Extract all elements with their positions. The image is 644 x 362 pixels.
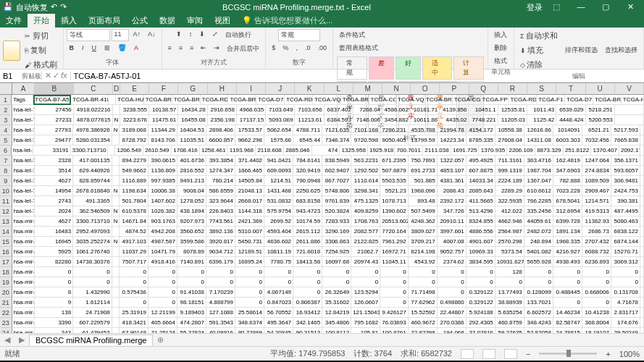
bold-button[interactable]: B bbox=[67, 43, 78, 53]
cell[interactable] bbox=[640, 206, 644, 216]
add-sheet-icon[interactable]: ⊕ bbox=[153, 335, 168, 345]
cell[interactable]: 0 bbox=[293, 267, 322, 277]
cell[interactable]: 0 bbox=[177, 277, 206, 287]
cell[interactable]: 4662.946 bbox=[495, 216, 524, 227]
cell[interactable]: TCGA-CG bbox=[453, 95, 481, 105]
cell[interactable]: 18.19107 bbox=[582, 328, 611, 333]
fill-button[interactable]: ⬇ 填充 bbox=[517, 43, 561, 57]
cell[interactable]: 312.6954 bbox=[553, 206, 582, 216]
table-format-button[interactable]: 套用表格格式 bbox=[336, 42, 381, 54]
cell[interactable]: 6.602572 bbox=[524, 308, 553, 318]
tell-me[interactable]: 💡告诉我您想要做什么... bbox=[236, 14, 338, 28]
row-header[interactable]: 4 bbox=[0, 125, 12, 135]
row-header[interactable]: 24 bbox=[0, 328, 12, 333]
cell[interactable]: 7140.891 bbox=[177, 257, 206, 267]
cell[interactable]: 1708.416 bbox=[172, 146, 200, 156]
cell[interactable]: 5748.806 bbox=[322, 186, 351, 196]
align-top-icon[interactable]: ⬆ bbox=[173, 29, 185, 41]
cell[interactable]: 0 bbox=[120, 298, 149, 308]
cell[interactable]: hsa-let-7c bbox=[12, 146, 33, 156]
cell[interactable]: 2898.406 bbox=[206, 125, 235, 135]
row-header[interactable]: 15 bbox=[0, 237, 12, 247]
cell[interactable]: hsa-mir-1 bbox=[12, 318, 35, 328]
cell[interactable]: hsa-mir-1 bbox=[12, 308, 35, 318]
row-header[interactable]: 7 bbox=[0, 156, 12, 166]
cell[interactable]: 0 bbox=[582, 277, 611, 287]
row-header[interactable]: 11 bbox=[0, 196, 12, 206]
cell[interactable]: 1891.134 bbox=[553, 227, 582, 237]
cell[interactable]: 71.25124 bbox=[149, 328, 177, 333]
col-header[interactable]: T bbox=[556, 83, 585, 95]
cell[interactable]: 0 bbox=[351, 277, 380, 287]
cell[interactable]: 3560.652 bbox=[177, 227, 206, 237]
cell[interactable]: 575.9754 bbox=[264, 206, 293, 216]
cell[interactable]: 3892.136 bbox=[206, 227, 235, 237]
cell[interactable]: 194.068 bbox=[438, 328, 467, 333]
cell[interactable]: 9491.213 bbox=[177, 176, 206, 186]
row-header[interactable]: 21 bbox=[0, 298, 12, 308]
cell[interactable]: 586.6559 bbox=[206, 186, 235, 196]
cell[interactable]: 1390.602 bbox=[380, 206, 409, 216]
cell[interactable]: 2392.172 bbox=[438, 196, 467, 206]
cell[interactable]: 7665.838 bbox=[611, 135, 640, 146]
cell[interactable]: hsa-mir-1 bbox=[12, 277, 35, 287]
cell[interactable]: 105.81 bbox=[351, 328, 380, 333]
cell[interactable]: 0 bbox=[611, 267, 640, 277]
row-header[interactable]: 23 bbox=[0, 318, 12, 328]
cell[interactable]: 4874.52 bbox=[120, 227, 149, 237]
cell[interactable]: 3069.312 bbox=[611, 257, 640, 267]
cell[interactable]: TCGA-F1 bbox=[537, 95, 565, 105]
redo-icon[interactable]: ↷ bbox=[60, 2, 67, 13]
cell[interactable]: 10006.38 bbox=[149, 186, 177, 196]
col-header[interactable]: P bbox=[440, 83, 469, 95]
cell[interactable]: 40.08816 bbox=[206, 328, 235, 333]
cell[interactable]: 2024 bbox=[35, 206, 73, 216]
cell[interactable]: 1575.66 bbox=[264, 135, 293, 146]
cell[interactable]: 0 bbox=[322, 277, 351, 287]
cell[interactable]: 2421.369 bbox=[235, 216, 264, 227]
cell[interactable]: 7023.228 bbox=[553, 186, 582, 196]
row-header[interactable]: 3 bbox=[0, 115, 12, 125]
cell[interactable]: 2122.825 bbox=[351, 237, 380, 247]
cell[interactable]: 2611.886 bbox=[293, 237, 322, 247]
cell[interactable]: 1198.634 bbox=[120, 186, 149, 196]
cell[interactable]: 0 bbox=[235, 267, 264, 277]
sheet-nav-next-icon[interactable]: ▶ bbox=[14, 335, 29, 345]
decrease-font-icon[interactable]: A↓ bbox=[145, 29, 159, 41]
cell[interactable]: 607.8875 bbox=[467, 166, 495, 176]
percent-icon[interactable]: % bbox=[280, 43, 291, 53]
grid[interactable]: ABCDEFGHIJKLMNOPQRSTUV 1TagsTCGA-B7-A5TJ… bbox=[0, 83, 644, 333]
cell[interactable]: 0 bbox=[495, 277, 524, 287]
cell[interactable]: 1370.935 bbox=[479, 146, 507, 156]
cell[interactable]: 1431.468 bbox=[264, 186, 293, 196]
cell[interactable]: 14671.84 bbox=[120, 216, 149, 227]
cell[interactable]: 4007.08 bbox=[438, 237, 467, 247]
cell[interactable]: 766.2285 bbox=[524, 196, 553, 206]
cell[interactable]: 8214.198 bbox=[409, 247, 438, 257]
select-all[interactable] bbox=[0, 83, 12, 95]
cell[interactable]: 12616.86 bbox=[524, 125, 553, 135]
cell[interactable]: 4987.587 bbox=[149, 237, 177, 247]
cell[interactable]: 0 bbox=[438, 287, 467, 298]
cell[interactable]: 1.432990 bbox=[73, 287, 112, 298]
cell[interactable]: 10174.59 bbox=[293, 216, 322, 227]
cell[interactable]: 14033.34 bbox=[467, 176, 495, 186]
cell[interactable]: 487.4495 bbox=[611, 206, 640, 216]
cell[interactable]: 345.4806 bbox=[322, 318, 351, 328]
cell[interactable]: 9761.839 bbox=[322, 196, 351, 206]
cell[interactable]: 0.131708 bbox=[611, 287, 640, 298]
cell[interactable]: 0 bbox=[380, 298, 409, 308]
cell[interactable]: hsa-let-7d bbox=[12, 156, 35, 166]
cell[interactable] bbox=[112, 308, 120, 318]
cell[interactable]: 13799.59 bbox=[409, 135, 438, 146]
cell[interactable]: 1987.704 bbox=[524, 166, 553, 176]
cell[interactable]: 8728.792 bbox=[120, 135, 149, 146]
cell[interactable]: 1274.347 bbox=[206, 166, 235, 176]
cell[interactable]: 1968.335 bbox=[553, 237, 582, 247]
cell[interactable]: 610.6612 bbox=[524, 186, 553, 196]
font-size-select[interactable]: 11 bbox=[112, 29, 129, 41]
cell[interactable]: 828.859744 bbox=[73, 176, 112, 186]
cell[interactable]: 54.20845 bbox=[264, 328, 293, 333]
cell[interactable]: 0 bbox=[120, 267, 149, 277]
row-header[interactable]: 13 bbox=[0, 216, 12, 227]
